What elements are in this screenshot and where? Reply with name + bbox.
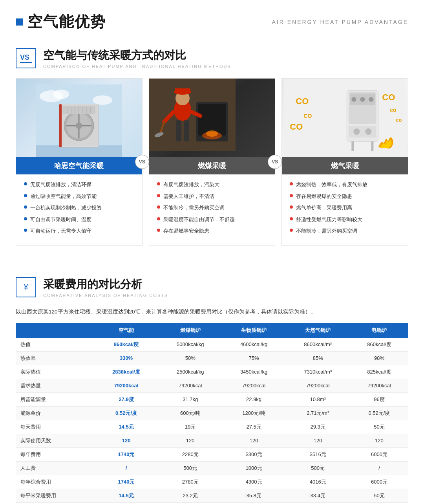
table-row: 每年综合费用1740元2780元4300元4016元6000元 bbox=[16, 475, 408, 489]
svg-point-43 bbox=[369, 97, 374, 102]
bullet-item: 不能制冷，需另外购买空调 bbox=[157, 204, 267, 212]
bullet-item: 存在易燃易爆的安全隐患 bbox=[290, 192, 400, 200]
table-cell: 96度 bbox=[350, 392, 408, 406]
card1-bullets: 无废气废渣排放，清洁环保 通过吸收空气能量，高效节能 一台机实现制冷制热，减少投… bbox=[16, 174, 142, 245]
table-row: 热值860kcal/度5000kcal/kg4600kcal/kg8600kca… bbox=[16, 338, 408, 352]
header-divider bbox=[16, 36, 408, 36]
table-cell-label: 实际使用天数 bbox=[16, 434, 94, 447]
bullet-item: 舒适性受燃气压力等影响较大 bbox=[290, 216, 400, 224]
col-header-5: 电锅炉 bbox=[350, 323, 408, 338]
table-cell: 7310kcal/m³ bbox=[286, 365, 350, 379]
table-cell: 120 bbox=[286, 434, 350, 447]
table-cell: 79200kcal bbox=[94, 379, 158, 392]
table-cell-label: 每平米采暖费用 bbox=[16, 489, 94, 502]
table-cell: 5000kcal/kg bbox=[159, 338, 222, 352]
svg-rect-20 bbox=[59, 104, 62, 147]
table-cell: 50元 bbox=[350, 420, 408, 434]
card3-label: 燃气采暖 bbox=[282, 157, 408, 174]
table-row: 需求热量79200kcal79200kcal79200kcal79200kcal… bbox=[16, 379, 408, 392]
vs-label-2: VS bbox=[268, 155, 282, 169]
card2-bullets: 有废气废渣排放，污染大 需要人工维护，不清洁 不能制冷，需另外购买空调 采暖温度… bbox=[149, 174, 275, 245]
table-cell: 3450kcal/kg bbox=[222, 365, 286, 379]
table-cell: 50% bbox=[159, 351, 222, 365]
table-cell: 35.8元 bbox=[222, 489, 286, 502]
card-coal: 燃煤采暖 有废气废渣排放，污染大 需要人工维护，不清洁 不能制冷，需另外购买空调… bbox=[149, 78, 276, 246]
table-cell: 6000元 bbox=[350, 447, 408, 461]
table-cell: 5年 bbox=[222, 502, 286, 504]
table-cell: 3300元 bbox=[222, 447, 286, 461]
section2-title: 采暖费用的对比分析 bbox=[43, 277, 168, 292]
bullet-dot bbox=[157, 194, 160, 197]
section2-header: ¥ 采暖费用的对比分析 COMPARATIVE ANALYSIS OF HEAT… bbox=[16, 277, 408, 298]
bullet-item: 燃气单价高，采暖费用高 bbox=[290, 204, 400, 212]
table-cell: 98% bbox=[350, 351, 408, 365]
heatpump-illustration bbox=[36, 84, 122, 157]
card-coal-image bbox=[149, 79, 275, 157]
table-cell: 27.9度 bbox=[94, 392, 158, 406]
svg-point-11 bbox=[76, 123, 82, 129]
header-subtitle: AIR ENERGY HEAT PUMP ADVANTAGE bbox=[272, 19, 408, 25]
bullet-item: 有废气废渣排放，污染大 bbox=[157, 181, 267, 189]
col-header-1: 空气能 bbox=[94, 323, 158, 338]
table-cell: 1740元 bbox=[94, 447, 158, 461]
bullet-dot bbox=[24, 205, 27, 209]
table-cell: 10年 bbox=[350, 502, 408, 504]
table-cell-label: 人工费 bbox=[16, 461, 94, 475]
col-header-0 bbox=[16, 323, 94, 338]
table-row: 人工费/500元1000元500元/ bbox=[16, 461, 408, 475]
table-cell: 4300元 bbox=[222, 475, 286, 489]
svg-text:co: co bbox=[396, 117, 402, 123]
table-cell: / bbox=[350, 461, 408, 475]
table-cell: / bbox=[94, 461, 158, 475]
bullet-dot bbox=[24, 229, 27, 232]
header-left: 空气能优势 bbox=[16, 12, 106, 32]
card-gas: CO CO CO CO co co 燃气采暖 燃烧制热，效率低，有废气排放 存在… bbox=[281, 78, 408, 246]
table-cell-label: 能源单价 bbox=[16, 406, 94, 420]
table-cell: 500元 bbox=[286, 461, 350, 475]
table-cell: 860kcal/度 bbox=[350, 338, 408, 352]
table-cell: 0.52元/度 bbox=[350, 406, 408, 420]
table-cell: 4016元 bbox=[286, 475, 350, 489]
card1-label: 哈思空气能采暖 bbox=[16, 157, 142, 174]
table-cell: 120 bbox=[94, 434, 158, 447]
table-cell: 1200元/吨 bbox=[222, 406, 286, 420]
bullet-dot bbox=[290, 205, 293, 209]
table-cell: 2280元 bbox=[159, 447, 222, 461]
svg-point-2 bbox=[53, 90, 69, 99]
comparison-cards: 哈思空气能采暖 无废气废渣排放，清洁环保 通过吸收空气能量，高效节能 一台机实现… bbox=[16, 78, 408, 246]
section1-title-wrap: 空气能与传统采暖方式的对比 COMPARISON OF HEAT PUMP AN… bbox=[43, 48, 231, 69]
table-cell-label: 实际热值 bbox=[16, 365, 94, 379]
table-cell: 860kcal/度 bbox=[94, 338, 158, 352]
table-cell: 2838kcal/度 bbox=[94, 365, 158, 379]
table-cell: 23.2元 bbox=[159, 489, 222, 502]
card-gas-image: CO CO CO CO co co bbox=[282, 79, 408, 157]
svg-rect-34 bbox=[184, 120, 189, 141]
col-header-3: 生物质锅炉 bbox=[222, 323, 286, 338]
bullet-dot bbox=[157, 229, 160, 232]
bullet-item: 采暖温度不能自由调节，不舒适 bbox=[157, 216, 267, 224]
bullet-dot bbox=[157, 217, 160, 220]
table-cell: 1740元 bbox=[94, 475, 158, 489]
table-cell-label: 每年费用 bbox=[16, 447, 94, 461]
bullet-dot bbox=[290, 194, 293, 197]
table-cell-label: 热效率 bbox=[16, 351, 94, 365]
table-header-row: 空气能 燃煤锅炉 生物质锅炉 天然气锅炉 电锅炉 bbox=[16, 323, 408, 338]
table-cell: 1000元 bbox=[222, 461, 286, 475]
table-intro: 以山西太原某120平方米住宅楼、采暖温度达到20℃，来计算各种能源的采暖费用对比… bbox=[16, 307, 408, 317]
bullet-dot bbox=[290, 182, 293, 185]
card-heatpump: 哈思空气能采暖 无废气废渣排放，清洁环保 通过吸收空气能量，高效节能 一台机实现… bbox=[16, 78, 143, 246]
table-cell: 120 bbox=[159, 434, 222, 447]
bullet-dot bbox=[290, 217, 293, 220]
table-cell: 79200kcal bbox=[286, 379, 350, 392]
bullet-dot bbox=[157, 205, 160, 209]
table-cell: 27.5元 bbox=[222, 420, 286, 434]
bullet-item: 需要人工维护，不清洁 bbox=[157, 192, 267, 200]
section2-subtitle: COMPARATIVE ANALYSIS OF HEATING COSTS bbox=[43, 293, 168, 298]
table-cell: 2.71元/m³ bbox=[286, 406, 350, 420]
header-square-icon bbox=[16, 18, 23, 26]
table-cell: 6000元 bbox=[350, 475, 408, 489]
table-cell: 120 bbox=[350, 434, 408, 447]
table-cell: 22.9kg bbox=[222, 392, 286, 406]
bullet-item: 燃烧制热，效率低，有废气排放 bbox=[290, 181, 400, 189]
page-header: 空气能优势 AIR ENERGY HEAT PUMP ADVANTAGE bbox=[16, 12, 408, 32]
